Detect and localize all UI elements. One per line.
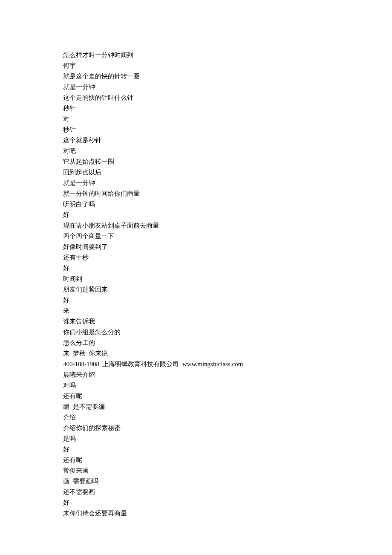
text-line: 这个就是秒针 xyxy=(63,135,329,146)
text-line: 介绍你们的探索秘密 xyxy=(63,423,329,434)
text-line: 对 xyxy=(63,114,329,124)
text-line: 画 需要画吗 xyxy=(63,476,329,487)
text-line: 谁来告诉我 xyxy=(63,316,329,327)
text-line: 好 xyxy=(63,263,329,274)
text-line: 对吗 xyxy=(63,380,329,391)
text-line: 还有呢 xyxy=(63,455,329,465)
text-line: 常俊来画 xyxy=(63,465,329,476)
text-line: 怎么分工的 xyxy=(63,338,329,348)
text-line: 还有呢 xyxy=(63,391,329,402)
document-page: 怎么样才叫一分钟时间到何宇就是这个走的快的针转一圈就是一分钟这个走的快的针叫什么… xyxy=(0,0,392,544)
text-line: 回到起点以后 xyxy=(63,167,329,178)
text-line: 就是一分钟 xyxy=(63,82,329,92)
text-line: 还有十秒 xyxy=(63,252,329,263)
text-line: 好像时间要到了 xyxy=(63,242,329,252)
text-line: 晨曦来介绍 xyxy=(63,370,329,380)
text-line: 就是这个走的快的针转一圈 xyxy=(63,71,329,82)
text-line: 听明白了吗 xyxy=(63,199,329,210)
text-line: 介绍 xyxy=(63,412,329,423)
text-line: 秒针 xyxy=(63,103,329,114)
text-line: 秒针 xyxy=(63,124,329,135)
text-line: 何宇 xyxy=(63,61,329,71)
text-line: 就是一分钟 xyxy=(63,178,329,188)
text-line: 编 是不需要编 xyxy=(63,402,329,412)
text-line: 还不需要画 xyxy=(63,487,329,497)
text-line: 朋友们赶紧回来 xyxy=(63,284,329,295)
text-line: 四个四个商量一下 xyxy=(63,231,329,242)
text-line: 400-108-1908 上海明蝉教育科技有限公司 www.mingshicla… xyxy=(63,359,329,370)
text-line: 好 xyxy=(63,210,329,220)
text-line: 它从起始点转一圈 xyxy=(63,156,329,167)
text-line: 来你们待会还要再商量 xyxy=(63,508,329,519)
text-line: 是吗 xyxy=(63,434,329,444)
text-line: 这个走的快的针叫什么针 xyxy=(63,92,329,103)
text-line: 怎么样才叫一分钟时间到 xyxy=(63,50,329,61)
text-line: 你们小组是怎么分的 xyxy=(63,327,329,338)
text-line: 就一分钟的时间给你们商量 xyxy=(63,188,329,199)
text-line: 好 xyxy=(63,497,329,508)
text-line: 来 梦秋 你来说 xyxy=(63,348,329,359)
text-line: 对吧 xyxy=(63,146,329,156)
text-line: 时间到 xyxy=(63,274,329,284)
text-line: 好 xyxy=(63,444,329,455)
text-line: 来 xyxy=(63,306,329,316)
text-line: 好 xyxy=(63,295,329,306)
text-line: 现在请小朋友站到桌子面前去商量 xyxy=(63,220,329,231)
